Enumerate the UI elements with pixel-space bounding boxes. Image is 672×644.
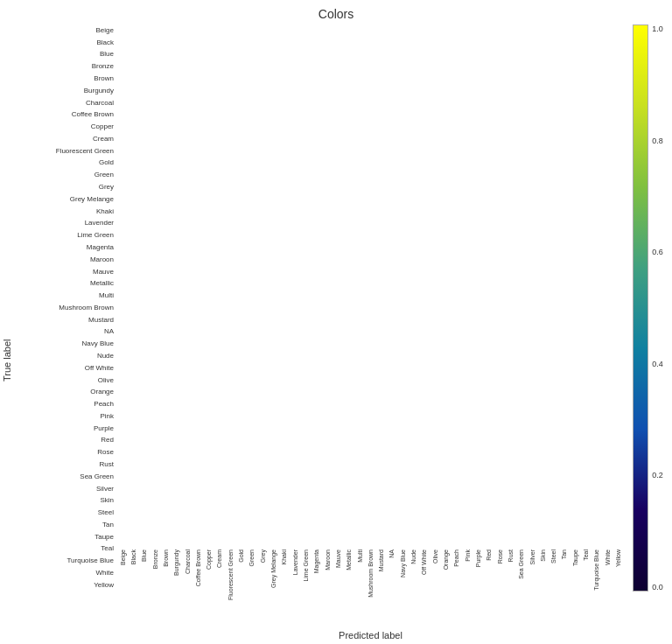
x-label-wrapper: Grey Melange <box>268 550 278 588</box>
y-label: Teal <box>16 545 114 552</box>
x-label-wrapper: Rose <box>494 550 505 564</box>
x-label-wrapper: Peach <box>452 550 462 567</box>
colorbar <box>633 24 648 593</box>
x-label: Beige <box>120 550 126 565</box>
y-label: Green <box>16 172 114 178</box>
x-label: Orange <box>443 550 449 570</box>
x-label-wrapper: Turquoise Blue <box>592 550 602 591</box>
x-label-wrapper: Copper <box>204 550 214 570</box>
x-label-wrapper: Burgundy <box>172 550 182 576</box>
y-label: Rust <box>16 461 114 468</box>
y-label: Silver <box>16 486 114 493</box>
y-label: Skin <box>16 497 114 504</box>
x-label-wrapper: Teal <box>580 550 591 561</box>
chart-title: Colors <box>0 0 672 21</box>
colorbar-label: 0.0 <box>652 584 663 593</box>
y-label: Burgundy <box>16 88 114 94</box>
x-label: Charcoal <box>185 550 191 574</box>
x-axis-title: Predicted label <box>117 628 624 644</box>
x-label-wrapper: Multi <box>354 550 365 563</box>
y-label: Orange <box>16 388 114 396</box>
x-label: Navy Blue <box>400 550 406 578</box>
y-label: Brown <box>16 75 114 82</box>
x-label-wrapper: Sea Green <box>516 550 527 579</box>
x-label-wrapper: Rust <box>505 550 515 562</box>
y-label: Rose <box>16 449 114 456</box>
y-label: Lime Green <box>16 232 114 239</box>
x-label: Turquoise Blue <box>593 550 599 591</box>
y-label: Bronze <box>16 63 114 70</box>
y-label: Purple <box>16 425 114 432</box>
x-label-wrapper: Olive <box>430 550 440 564</box>
x-labels-container: BeigeBlackBlueBronzeBrownBurgundyCharcoa… <box>117 550 624 628</box>
y-label: Charcoal <box>16 100 114 107</box>
x-label: Maroon <box>325 550 331 570</box>
chart-container: Colors True label BeigeBlackBlueBronzeBr… <box>0 0 672 644</box>
x-label-wrapper: Charcoal <box>182 550 192 574</box>
x-label: Khaki <box>281 550 287 565</box>
x-label: Tan <box>561 550 567 559</box>
x-label-wrapper: Lavender <box>290 550 300 575</box>
y-label: Fluorescent Green <box>16 148 114 155</box>
y-label: Olive <box>16 377 114 384</box>
x-label: Off White <box>421 550 427 575</box>
colorbar-labels: 1.00.80.60.40.20.0 <box>648 24 663 593</box>
y-label: Taupe <box>16 534 114 541</box>
y-label: Lavender <box>16 220 114 227</box>
y-label: Coffee Brown <box>16 111 114 118</box>
x-label-wrapper: Pink <box>462 550 472 562</box>
x-label-wrapper: Khaki <box>279 550 290 565</box>
colorbar-label: 0.8 <box>652 136 663 145</box>
x-label-wrapper: Navy Blue <box>397 550 408 578</box>
x-label-wrapper: Red <box>484 550 494 561</box>
x-label: Yellow <box>615 550 621 567</box>
y-label: Turquoise Blue <box>16 557 114 564</box>
y-label: Grey Melange <box>16 196 114 203</box>
x-label: Sea Green <box>518 550 524 579</box>
colorbar-label: 0.4 <box>652 360 663 369</box>
x-label-wrapper: Beige <box>117 550 128 565</box>
y-label: Yellow <box>16 582 114 589</box>
y-label: Blue <box>16 51 114 58</box>
x-label-wrapper: Blue <box>139 550 150 562</box>
x-label-wrapper: Off White <box>419 550 430 575</box>
x-label-wrapper: Black <box>128 550 138 564</box>
colorbar-area: 1.00.80.60.40.20.0 <box>624 24 672 644</box>
x-label-wrapper: Gold <box>235 550 246 563</box>
x-label-wrapper: Metallic <box>344 550 354 570</box>
y-label: Magenta <box>16 244 114 251</box>
x-label-wrapper: Orange <box>440 550 451 570</box>
y-label: Metallic <box>16 280 114 287</box>
x-label: Green <box>248 550 255 566</box>
x-label-wrapper: Taupe <box>570 550 580 566</box>
x-label: Rust <box>508 550 514 562</box>
y-label: Red <box>16 437 114 444</box>
y-label: Off White <box>16 365 114 372</box>
x-label-wrapper: Yellow <box>612 550 623 567</box>
y-label: Multi <box>16 292 114 299</box>
colorbar-label: 0.2 <box>652 472 663 481</box>
x-label: Silver <box>529 550 536 565</box>
y-axis-title: True label <box>0 24 14 644</box>
y-label: Beige <box>16 27 114 34</box>
x-label: Burgundy <box>173 550 179 576</box>
x-label: Teal <box>583 550 589 561</box>
x-label-wrapper: White <box>602 550 612 565</box>
x-label: Grey <box>260 550 266 563</box>
x-label: Grey Melange <box>270 550 276 588</box>
x-label: Cream <box>216 550 222 568</box>
x-label-wrapper: Skin <box>537 550 548 562</box>
x-label-wrapper: Nude <box>408 550 418 564</box>
x-label: Olive <box>432 550 438 564</box>
y-label: Copper <box>16 123 114 130</box>
y-label: Pink <box>16 413 114 420</box>
x-label: Brown <box>163 550 169 567</box>
y-label: Black <box>16 39 114 46</box>
x-label: Taupe <box>572 550 578 566</box>
x-label: Coffee Brown <box>195 550 201 586</box>
y-label: Tan <box>16 522 114 528</box>
x-label: Purple <box>475 550 481 567</box>
x-label: Nude <box>410 550 416 564</box>
x-label: Bronze <box>152 550 158 569</box>
x-label: Black <box>130 550 136 564</box>
